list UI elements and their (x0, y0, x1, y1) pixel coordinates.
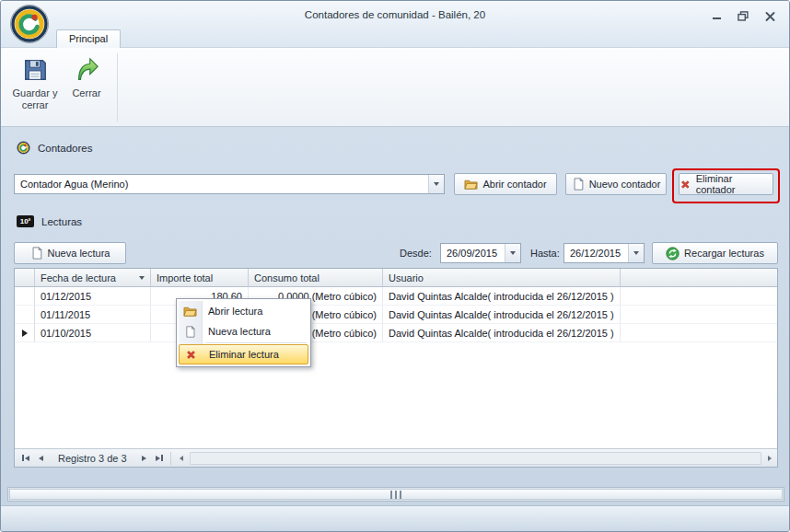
header-importe[interactable]: Importe total (151, 269, 249, 287)
header-fecha-label: Fecha de lectura (41, 272, 116, 283)
nueva-lectura-button[interactable]: Nueva lectura (14, 242, 126, 264)
desde-date-picker[interactable]: 26/09/2015 (440, 243, 521, 263)
desde-date-value: 26/09/2015 (441, 244, 505, 262)
nav-first-button[interactable] (17, 451, 33, 466)
minimize-button[interactable] (708, 7, 725, 22)
app-window: Contadores de comunidad - Bailén, 20 (0, 0, 790, 532)
refresh-icon (666, 247, 680, 260)
header-consumo-label: Consumo total (254, 272, 319, 283)
scroll-left-icon (180, 456, 183, 461)
abrir-contador-button[interactable]: Abrir contador (454, 173, 557, 195)
restore-icon (738, 11, 749, 22)
nav-next-icon (142, 456, 146, 461)
lecturas-grid: Fecha de lectura Importe total Consumo t… (14, 268, 778, 468)
grip-icon (400, 491, 401, 499)
lecturas-caption-label: Lecturas (41, 216, 82, 227)
form-horizontal-scrollbar[interactable] (7, 487, 784, 502)
header-consumo[interactable]: Consumo total (249, 269, 383, 287)
lecturas-caption: 10² Lecturas (17, 215, 82, 227)
header-usuario-label: Usuario (389, 272, 424, 283)
open-folder-icon (464, 178, 478, 191)
nuevo-contador-button[interactable]: Nuevo contador (565, 173, 667, 195)
menu-item-label: Abrir lectura (202, 306, 262, 317)
nav-last-button[interactable] (152, 451, 168, 466)
menu-separator (205, 342, 307, 343)
table-row[interactable]: 01/10/2015 0,0000 (Metro cúbico) David Q… (15, 324, 777, 342)
menu-item-label: Eliminar lectura (203, 349, 279, 360)
header-importe-label: Importe total (157, 272, 213, 283)
nav-last-icon (161, 455, 163, 461)
header-indicator-cell (15, 269, 35, 287)
cell-usuario[interactable]: David Quintas Alcalde( introducida el 26… (383, 306, 621, 324)
new-document-icon (30, 247, 43, 260)
app-logo-icon (9, 4, 50, 44)
cell-filler (621, 287, 777, 306)
contador-combobox-dropdown-button[interactable] (428, 175, 444, 193)
header-usuario[interactable]: Usuario (383, 269, 621, 287)
table-header: Fecha de lectura Importe total Consumo t… (15, 269, 777, 287)
menu-item-abrir-lectura[interactable]: Abrir lectura (179, 301, 308, 321)
window-controls (708, 7, 778, 22)
desde-dropdown-button[interactable] (505, 244, 520, 262)
record-navigator: Registro 3 de 3 (15, 448, 777, 467)
cell-filler (621, 324, 777, 342)
grid-horizontal-scrollbar[interactable] (174, 449, 777, 467)
save-icon (21, 56, 49, 84)
eliminar-contador-button[interactable]: Eliminar contador (679, 173, 773, 195)
record-count-label: Registro 3 de 3 (58, 453, 127, 464)
scroll-right-icon (768, 456, 772, 461)
app-menu-button[interactable] (9, 4, 50, 44)
grip-icon (395, 491, 397, 499)
close-form-label: Cerrar (72, 87, 100, 99)
open-folder-icon (179, 305, 202, 318)
scroll-track[interactable] (190, 452, 761, 465)
minimize-icon (713, 17, 721, 19)
hasta-date-picker[interactable]: 26/12/2015 (563, 243, 645, 263)
cell-usuario[interactable]: David Quintas Alcalde( introducida el 26… (383, 324, 621, 342)
header-fecha[interactable]: Fecha de lectura (35, 269, 151, 287)
nuevo-contador-label: Nuevo contador (589, 179, 661, 190)
status-bar (1, 505, 789, 531)
contador-combobox-value: Contador Agua (Merino) (15, 175, 428, 193)
table-row[interactable]: 01/12/2015 180,60 0,0000 (Metro cúbico) … (15, 287, 777, 306)
contador-combobox[interactable]: Contador Agua (Merino) (14, 174, 445, 194)
nav-last-icon (156, 456, 160, 461)
scroll-right-button[interactable] (762, 449, 777, 467)
contadores-icon (17, 141, 30, 155)
contadores-caption: Contadores (17, 141, 92, 155)
scroll-left-button[interactable] (174, 449, 189, 467)
recargar-lecturas-label: Recargar lecturas (684, 248, 764, 259)
cell-fecha[interactable]: 01/11/2015 (35, 306, 151, 324)
close-button[interactable] (761, 7, 778, 22)
grip-icon (390, 491, 392, 499)
nav-first-icon (22, 455, 24, 461)
menu-item-nueva-lectura[interactable]: Nueva lectura (179, 321, 308, 341)
cell-fecha[interactable]: 01/10/2015 (35, 324, 151, 342)
nav-next-button[interactable] (136, 451, 152, 466)
eliminar-contador-label: Eliminar contador (696, 173, 773, 195)
save-close-button[interactable]: Guardar y cerrar (8, 51, 62, 124)
tab-principal[interactable]: Principal (56, 29, 121, 48)
menu-item-eliminar-lectura[interactable]: Eliminar lectura (179, 344, 308, 364)
nav-first-icon (25, 456, 29, 461)
menu-item-label: Nueva lectura (202, 326, 271, 337)
table-row[interactable]: 01/11/2015 0,0000 (Metro cúbico) David Q… (15, 306, 777, 324)
cell-fecha[interactable]: 01/12/2015 (35, 287, 151, 306)
cell-usuario[interactable]: David Quintas Alcalde( introducida el 26… (383, 287, 621, 306)
row-indicator (15, 306, 35, 324)
restore-button[interactable] (735, 7, 751, 22)
hasta-dropdown-button[interactable] (628, 244, 644, 262)
column-filter-icon[interactable] (139, 276, 145, 280)
recargar-lecturas-button[interactable]: Recargar lecturas (652, 242, 778, 264)
nav-prev-button[interactable] (33, 451, 49, 466)
hasta-date-value: 26/12/2015 (564, 244, 628, 262)
chevron-down-icon (633, 251, 639, 255)
scrollbar-thumb[interactable] (9, 489, 783, 500)
hasta-label: Hasta: (530, 248, 560, 259)
header-filler-cell (621, 269, 777, 287)
close-form-button[interactable]: Cerrar (64, 51, 110, 124)
nueva-lectura-label: Nueva lectura (48, 248, 110, 259)
chevron-down-icon (434, 182, 439, 186)
ribbon-separator (117, 53, 118, 121)
new-document-icon (179, 326, 202, 338)
